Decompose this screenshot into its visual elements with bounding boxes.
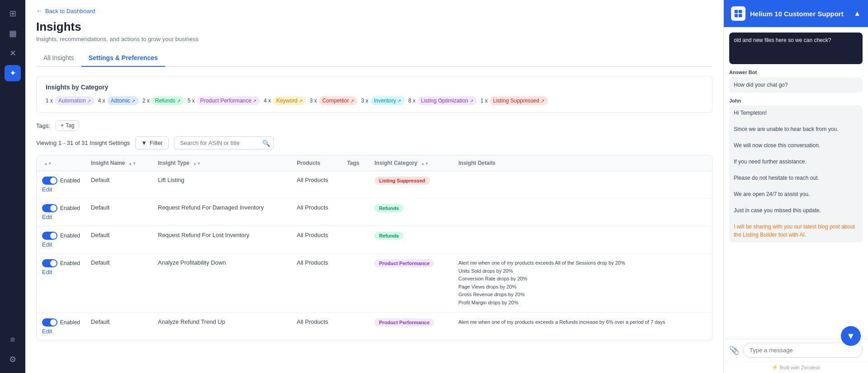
category-title: Insights by Category — [46, 84, 703, 91]
svg-rect-0 — [735, 10, 738, 14]
category-tag-item: 1 xListing Suppressed ↗ — [481, 96, 548, 105]
enabled-toggle[interactable]: Enabled — [42, 177, 80, 185]
sidebar-icon-layout[interactable]: ▦ — [5, 25, 21, 42]
external-icon: ↗ — [87, 98, 91, 103]
insight-name-cell: Default — [85, 226, 152, 254]
insight-type-cell: Request Refund For Damaged Inventory — [152, 199, 291, 226]
edit-link[interactable]: Edit — [42, 186, 52, 193]
sort-icon: ▲▼ — [128, 161, 137, 166]
products-cell: All Products — [292, 226, 342, 254]
toggle-switch[interactable] — [42, 177, 57, 185]
search-icon: 🔍 — [262, 140, 270, 147]
toggle-label: Enabled — [60, 233, 80, 239]
page-title: Insights — [36, 20, 712, 34]
col-toggle: ▲▼ — [37, 155, 85, 171]
category-cell: Refunds — [369, 199, 453, 226]
enabled-toggle[interactable]: Enabled — [42, 204, 80, 212]
edit-link[interactable]: Edit — [42, 328, 52, 335]
category-badge[interactable]: Refunds ↗ — [151, 96, 184, 105]
back-arrow-icon: ← — [36, 7, 42, 14]
col-insight-details: Insight Details — [453, 155, 712, 171]
chat-scroll-up-icon[interactable]: ▲ — [854, 9, 861, 18]
toggle-switch[interactable] — [42, 204, 57, 212]
tags-cell — [342, 226, 369, 254]
category-tag-item: 2 xRefunds ↗ — [142, 96, 184, 105]
category-badge[interactable]: Listing Suppressed ↗ — [490, 96, 548, 105]
external-icon: ↗ — [397, 98, 401, 103]
sort-icon: ▲▼ — [421, 161, 429, 166]
sort-icon: ▲▼ — [44, 161, 52, 166]
sidebar-icon-list[interactable]: ≡ — [5, 331, 21, 348]
chat-message-input[interactable] — [743, 343, 863, 358]
tags-cell — [342, 199, 369, 226]
chat-title: Helium 10 Customer Support — [750, 10, 844, 18]
external-icon: ↗ — [541, 98, 544, 103]
sidebar-icon-settings[interactable]: ⚙ — [5, 351, 21, 368]
category-badge[interactable]: Keyword ↗ — [273, 96, 306, 105]
category-badge: Refunds — [374, 204, 403, 212]
insight-type-cell: Analyze Refund Trend Up — [152, 312, 291, 340]
category-badge[interactable]: Automation ↗ — [55, 96, 94, 105]
main-content: ← Back to Dashboard Insights Insights, r… — [25, 0, 723, 373]
chat-minimize-button[interactable]: ▼ — [841, 326, 861, 346]
table-row: Enabled EditDefaultAnalyze Refund Trend … — [37, 312, 712, 340]
category-badge: Product Performance — [374, 259, 434, 267]
toggle-switch[interactable] — [42, 232, 57, 240]
filter-button[interactable]: ▼ Filter — [135, 136, 169, 149]
details-cell — [453, 199, 712, 226]
category-count: 8 x — [408, 98, 415, 104]
category-cell: Listing Suppressed — [369, 171, 453, 199]
edit-link[interactable]: Edit — [42, 214, 52, 220]
message-sender: John — [729, 97, 863, 105]
category-count: 1 x — [46, 98, 53, 104]
table-row: Enabled EditDefaultRequest Refund For Da… — [37, 199, 712, 226]
external-icon: ↗ — [177, 98, 180, 103]
category-count: 1 x — [481, 98, 488, 104]
back-to-dashboard-link[interactable]: ← Back to Dashboard — [36, 7, 712, 14]
category-badge: Product Performance — [374, 318, 434, 326]
attachment-icon[interactable]: 📎 — [729, 345, 739, 355]
plus-icon: + — [61, 122, 64, 129]
category-cell: Product Performance — [369, 312, 453, 340]
svg-rect-3 — [739, 14, 742, 18]
filter-icon: ▼ — [141, 140, 147, 146]
details-cell — [453, 171, 712, 199]
category-badge[interactable]: Listing Optimization ↗ — [417, 96, 477, 105]
external-icon: ↗ — [299, 98, 302, 103]
insight-name-cell: Default — [85, 312, 152, 340]
sidebar-icon-magic[interactable]: ✦ — [5, 65, 21, 81]
highlighted-text: I will be sharing with you our latest bl… — [734, 224, 855, 238]
toggle-switch[interactable] — [42, 318, 57, 326]
insight-name-cell: Default — [85, 171, 152, 199]
helium10-logo-icon — [731, 6, 745, 21]
tab-settings-preferences[interactable]: Settings & Preferences — [81, 50, 165, 67]
category-badge[interactable]: Product Performance ↗ — [197, 96, 260, 105]
details-cell — [453, 226, 712, 254]
category-badge[interactable]: Inventory ↗ — [370, 96, 405, 105]
enabled-toggle[interactable]: Enabled — [42, 259, 80, 267]
enabled-toggle[interactable]: Enabled — [42, 232, 80, 240]
chat-message: old and new files here so we can check? — [729, 33, 863, 64]
sidebar-icon-tools[interactable]: ✕ — [5, 45, 21, 61]
chat-header: Helium 10 Customer Support ▲ — [724, 0, 868, 27]
chat-messages: old and new files here so we can check? … — [724, 27, 868, 339]
edit-link[interactable]: Edit — [42, 241, 52, 248]
add-tag-button[interactable]: + Tag — [56, 120, 79, 131]
sidebar-icon-grid[interactable]: ⊞ — [5, 5, 21, 22]
category-cell: Refunds — [369, 226, 453, 254]
tab-all-insights[interactable]: All Insights — [36, 50, 81, 67]
toggle-switch[interactable] — [42, 259, 57, 267]
category-badge[interactable]: Adtomic ↗ — [107, 96, 139, 105]
filter-label: Filter — [150, 140, 163, 146]
toggle-label: Enabled — [60, 319, 80, 326]
category-tag-item: 3 xInventory ↗ — [361, 96, 405, 105]
search-input[interactable] — [174, 136, 274, 149]
details-cell: Alert me when one of my products exceeds… — [453, 254, 712, 313]
category-badge[interactable]: Competitor ↗ — [319, 96, 358, 105]
toggle-label: Enabled — [60, 260, 80, 266]
toggle-label: Enabled — [60, 177, 80, 184]
content-area: Insights by Category 1 xAutomation ↗4 xA… — [25, 67, 723, 373]
external-icon: ↗ — [132, 98, 135, 103]
edit-link[interactable]: Edit — [42, 269, 52, 275]
enabled-toggle[interactable]: Enabled — [42, 318, 80, 326]
